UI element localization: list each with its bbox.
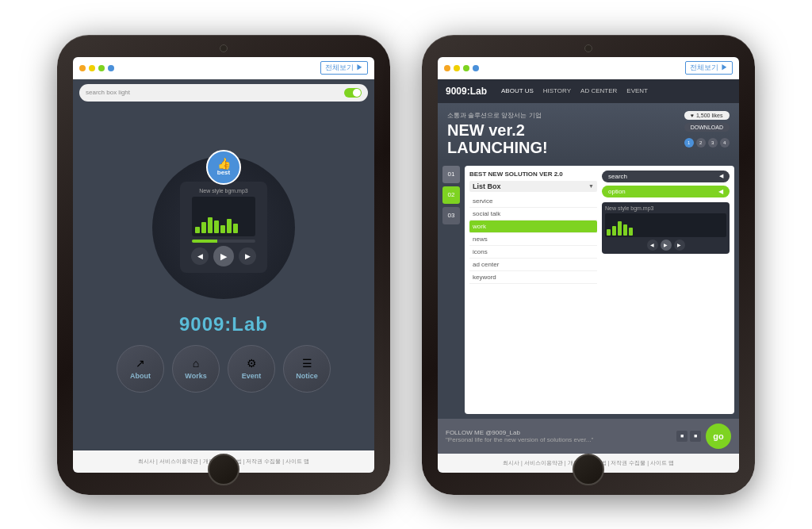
- t2-list-ad-center[interactable]: ad center: [469, 259, 597, 271]
- t2-list-box-label: List Box: [473, 182, 501, 190]
- t2-social-icon-2[interactable]: ■: [690, 431, 701, 442]
- t2-num-03[interactable]: 03: [442, 207, 460, 224]
- t2-hero-section: 소통과 솔루션으로 앞장서는 기업 NEW ver.2 LAUNCHING! ♥…: [438, 103, 739, 161]
- t2-social-icon-1[interactable]: ■: [676, 431, 688, 442]
- about-icon: ↗: [136, 357, 145, 370]
- t1-view-all-btn[interactable]: 전체보기 ▶: [320, 61, 368, 75]
- heart-icon: ♥: [691, 113, 694, 118]
- t2-page-4[interactable]: 4: [720, 138, 730, 148]
- t2-best-solution-title: BEST NEW SOLUTION VER 2.0: [469, 171, 597, 178]
- works-label: Works: [185, 372, 206, 380]
- t2-page-2[interactable]: 2: [696, 138, 706, 148]
- t2-window-dots: [444, 65, 479, 71]
- mini-bar-1: [607, 229, 611, 236]
- t2-option-label: option: [608, 188, 626, 195]
- t2-list-box-arrow: ▼: [588, 183, 594, 189]
- t2-nav-ad-center[interactable]: AD CENTER: [580, 87, 617, 94]
- t1-play-btn[interactable]: ▶: [213, 246, 234, 266]
- t2-dot-blue: [473, 65, 479, 71]
- t2-footer: 최시사 | 서비스이용약관 | 개인정보관련법 | 저작권 수집물 | 사이트 …: [438, 454, 739, 473]
- t2-hero-right: ♥ 1,500 likes DOWNLOAD 1 2 3 4: [684, 111, 730, 148]
- t2-page-1[interactable]: 1: [684, 138, 694, 148]
- t2-option-box[interactable]: option ◀: [602, 186, 730, 197]
- event-icon: ⚙: [247, 357, 257, 370]
- mini-bar-3: [618, 221, 622, 236]
- t1-player-screen: [192, 197, 255, 236]
- t2-mini-player: New style bgm.mp3 ◀ ▶ ▶: [602, 202, 730, 254]
- bar-7: [233, 224, 238, 233]
- t2-list-keyword[interactable]: keyword: [469, 271, 597, 284]
- t2-download-btn[interactable]: DOWNLOAD: [684, 123, 730, 132]
- t1-search-toggle[interactable]: [344, 88, 362, 98]
- t1-progress-fill: [192, 240, 217, 243]
- t2-browser-bar: 전체보기 ▶: [438, 57, 739, 79]
- t2-white-panel: BEST NEW SOLUTION VER 2.0 List Box ▼ ser…: [465, 166, 734, 414]
- t1-player: New style bgm.mp3: [180, 182, 267, 273]
- event-label: Event: [242, 372, 262, 380]
- t2-nav-about-us[interactable]: ABOUT US: [501, 87, 534, 94]
- t1-progress-bar[interactable]: [192, 240, 255, 243]
- t2-follow-bar: FOLLOW ME @9009_Lab "Personal life for t…: [438, 419, 739, 454]
- t2-mini-prev[interactable]: ◀: [647, 240, 658, 251]
- tablet-2: 전체보기 ▶ 9009:Lab ABOUT US HISTORY AD CENT…: [422, 35, 755, 495]
- t2-mini-next[interactable]: ▶: [674, 240, 685, 251]
- mini-bar-4: [623, 224, 627, 236]
- t2-list-work[interactable]: work: [469, 220, 597, 233]
- t2-footer-text: 최시사 | 서비스이용약관 | 개인정보관련법 | 저작권 수집물 | 사이트 …: [503, 459, 674, 467]
- t1-nav-about[interactable]: ↗ About: [117, 345, 164, 393]
- t1-nav-event[interactable]: ⚙ Event: [228, 345, 275, 393]
- t1-best-badge: 👍 best: [206, 150, 241, 185]
- t1-next-btn[interactable]: ▶: [239, 247, 256, 265]
- t2-list-icons[interactable]: icons: [469, 246, 597, 259]
- t1-browser-bar: 전체보기 ▶: [73, 57, 374, 79]
- t2-list-news[interactable]: news: [469, 233, 597, 246]
- t1-track-title: New style bgm.mp3: [199, 188, 247, 194]
- t2-list-section: BEST NEW SOLUTION VER 2.0 List Box ▼ ser…: [469, 171, 597, 409]
- t1-player-controls: ◀ ▶ ▶: [191, 246, 256, 266]
- t2-content-area: 01 02 03 BEST NEW SOLUTION VER 2.0 List …: [438, 161, 739, 419]
- t1-window-dots: [79, 65, 114, 71]
- t1-equalizer: [195, 200, 238, 233]
- t2-social-icons: ■ ■: [676, 431, 701, 442]
- t1-prev-btn[interactable]: ◀: [191, 247, 209, 265]
- bar-3: [208, 217, 213, 233]
- t2-num-02[interactable]: 02: [442, 186, 460, 204]
- works-icon: ⌂: [193, 357, 199, 370]
- t2-mini-play[interactable]: ▶: [661, 240, 672, 251]
- t2-page-3[interactable]: 3: [708, 138, 718, 148]
- t2-pagination: 1 2 3 4: [684, 138, 730, 148]
- t2-go-btn[interactable]: go: [706, 424, 731, 449]
- t2-dot-orange: [444, 65, 450, 71]
- t2-mini-controls: ◀ ▶ ▶: [605, 240, 726, 251]
- mini-bar-2: [612, 226, 616, 236]
- t2-search-box[interactable]: search ◀: [602, 171, 730, 182]
- t2-follow-label: FOLLOW ME @9009_Lab: [446, 429, 593, 436]
- t2-navbar: 9009:Lab ABOUT US HISTORY AD CENTER EVEN…: [438, 79, 739, 103]
- bar-5: [220, 225, 225, 233]
- dot-yellow: [89, 65, 95, 71]
- t1-search-label: search box light: [86, 89, 130, 96]
- dot-blue: [108, 65, 114, 71]
- t2-list-social[interactable]: social talk: [469, 208, 597, 220]
- t1-nav-works[interactable]: ⌂ Works: [172, 345, 220, 393]
- t2-follow-info: FOLLOW ME @9009_Lab "Personal life for t…: [446, 429, 593, 443]
- bar-2: [201, 222, 206, 233]
- t2-number-panel: 01 02 03: [442, 166, 460, 414]
- t1-footer-text: 최시사 | 서비스이용약관 | 개인정보관련법 | 저작권 수집물 | 사이트 …: [138, 458, 309, 466]
- t2-dot-yellow: [454, 65, 460, 71]
- t1-footer: 최시사 | 서비스이용약관 | 개인정보관련법 | 저작권 수집물 | 사이트 …: [73, 450, 374, 473]
- notice-icon: ☰: [302, 357, 312, 370]
- t2-nav-history[interactable]: HISTORY: [543, 87, 571, 94]
- t2-nav-event[interactable]: EVENT: [626, 87, 648, 94]
- t1-nav-notice[interactable]: ☰ Notice: [283, 345, 331, 393]
- t2-search-arrow: ◀: [719, 173, 723, 179]
- t2-num-01[interactable]: 01: [442, 166, 460, 183]
- bar-1: [195, 227, 200, 233]
- t2-brand-logo: 9009:Lab: [446, 86, 487, 97]
- t2-view-all-btn[interactable]: 전체보기 ▶: [685, 61, 733, 75]
- t2-list-box-header: List Box ▼: [469, 181, 597, 192]
- t2-search-label: search: [608, 173, 627, 180]
- tablet-1: 전체보기 ▶ search box light 👍 best New style…: [57, 35, 390, 495]
- t2-list-service[interactable]: service: [469, 195, 597, 208]
- t2-likes-btn[interactable]: ♥ 1,500 likes: [684, 111, 730, 120]
